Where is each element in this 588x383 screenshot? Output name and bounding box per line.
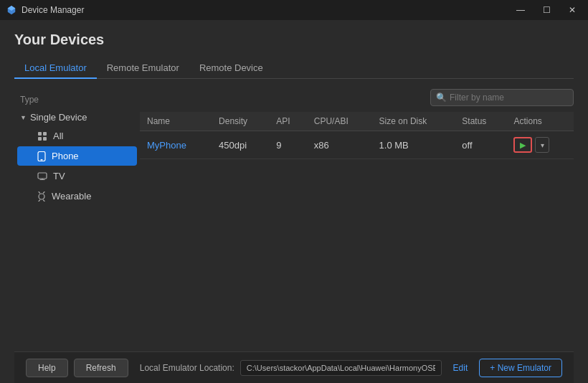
all-icon <box>37 131 47 141</box>
footer: Help Refresh Local Emulator Location: Ed… <box>14 351 574 383</box>
table-header: Name Density API CPU/ABI Size on Disk St… <box>140 112 574 131</box>
cell-status: off <box>455 131 506 159</box>
svg-line-10 <box>39 192 40 193</box>
phone-icon <box>37 151 46 161</box>
tab-bar: Local Emulator Remote Emulator Remote De… <box>14 58 574 79</box>
svg-line-11 <box>44 192 45 193</box>
filter-input-wrap: 🔍 <box>430 89 574 106</box>
cell-name: MyPhone <box>140 131 212 159</box>
tv-icon <box>37 172 47 181</box>
page-title: Your Devices <box>14 32 574 48</box>
svg-rect-6 <box>38 173 47 179</box>
col-header-name: Name <box>140 112 212 131</box>
svg-rect-1 <box>43 132 47 136</box>
sidebar-group-label: Single Device <box>30 112 87 123</box>
svg-line-12 <box>39 200 40 202</box>
main-content: Your Devices Local Emulator Remote Emula… <box>0 20 588 383</box>
device-name-link[interactable]: MyPhone <box>147 140 186 151</box>
tab-local-emulator[interactable]: Local Emulator <box>14 58 97 79</box>
sidebar-item-wearable-label: Wearable <box>52 191 91 202</box>
play-button[interactable]: ▶ <box>513 137 532 153</box>
cell-api: 9 <box>269 131 307 159</box>
actions-dropdown-button[interactable]: ▾ <box>535 137 549 153</box>
sidebar-item-wearable[interactable]: Wearable <box>17 186 137 206</box>
new-emulator-button[interactable]: + New Emulator <box>479 359 562 377</box>
col-header-density: Density <box>212 112 269 131</box>
help-button[interactable]: Help <box>26 359 68 377</box>
app-icon <box>6 4 17 16</box>
search-icon: 🔍 <box>436 93 447 103</box>
sidebar: Type ▼ Single Device All <box>14 89 140 351</box>
titlebar: Device Manager — ☐ ✕ <box>0 0 588 20</box>
svg-line-13 <box>44 200 45 202</box>
actions-cell: ▶ ▾ <box>513 137 566 153</box>
table-area: 🔍 Name Density API CPU/ABI Size on Disk … <box>140 89 574 351</box>
col-header-size: Size on Disk <box>372 112 455 131</box>
col-header-actions: Actions <box>506 112 574 131</box>
svg-rect-3 <box>43 137 47 141</box>
cell-cpu: x86 <box>307 131 372 159</box>
col-header-status: Status <box>455 112 506 131</box>
path-input[interactable] <box>240 360 442 376</box>
sidebar-item-tv[interactable]: TV <box>17 166 137 186</box>
sidebar-item-all[interactable]: All <box>17 126 137 146</box>
sidebar-item-tv-label: TV <box>53 171 65 181</box>
close-button[interactable]: ✕ <box>562 0 582 20</box>
minimize-button[interactable]: — <box>511 0 531 20</box>
cell-size: 1.0 MB <box>372 131 455 159</box>
svg-rect-2 <box>38 137 42 141</box>
table-body: MyPhone 450dpi 9 x86 1.0 MB off ▶ ▾ <box>140 131 574 159</box>
svg-rect-5 <box>41 159 43 161</box>
sidebar-item-phone[interactable]: Phone <box>17 146 137 166</box>
filter-input[interactable] <box>430 89 574 106</box>
window-controls: — ☐ ✕ <box>511 0 582 20</box>
window-title: Device Manager <box>22 5 511 15</box>
cell-actions: ▶ ▾ <box>506 131 574 159</box>
tab-remote-emulator[interactable]: Remote Emulator <box>97 58 189 79</box>
table-row: MyPhone 450dpi 9 x86 1.0 MB off ▶ ▾ <box>140 131 574 159</box>
cell-density: 450dpi <box>212 131 269 159</box>
device-table: Name Density API CPU/ABI Size on Disk St… <box>140 112 574 159</box>
edit-link[interactable]: Edit <box>453 363 468 373</box>
svg-rect-9 <box>39 194 44 199</box>
col-header-cpu: CPU/ABI <box>307 112 372 131</box>
sidebar-type-label: Type <box>14 92 140 108</box>
maximize-button[interactable]: ☐ <box>536 0 556 20</box>
sidebar-item-all-label: All <box>53 131 63 141</box>
svg-rect-0 <box>38 132 42 136</box>
content-area: Type ▼ Single Device All <box>14 89 574 351</box>
tab-remote-device[interactable]: Remote Device <box>189 58 273 79</box>
refresh-button[interactable]: Refresh <box>74 359 128 377</box>
chevron-down-icon: ▼ <box>20 114 27 121</box>
sidebar-item-phone-label: Phone <box>52 151 79 161</box>
table-toolbar: 🔍 <box>140 89 574 106</box>
sidebar-group-single-device[interactable]: ▼ Single Device <box>14 109 140 126</box>
col-header-api: API <box>269 112 307 131</box>
location-label: Local Emulator Location: <box>140 363 234 373</box>
wearable-icon <box>37 192 46 202</box>
